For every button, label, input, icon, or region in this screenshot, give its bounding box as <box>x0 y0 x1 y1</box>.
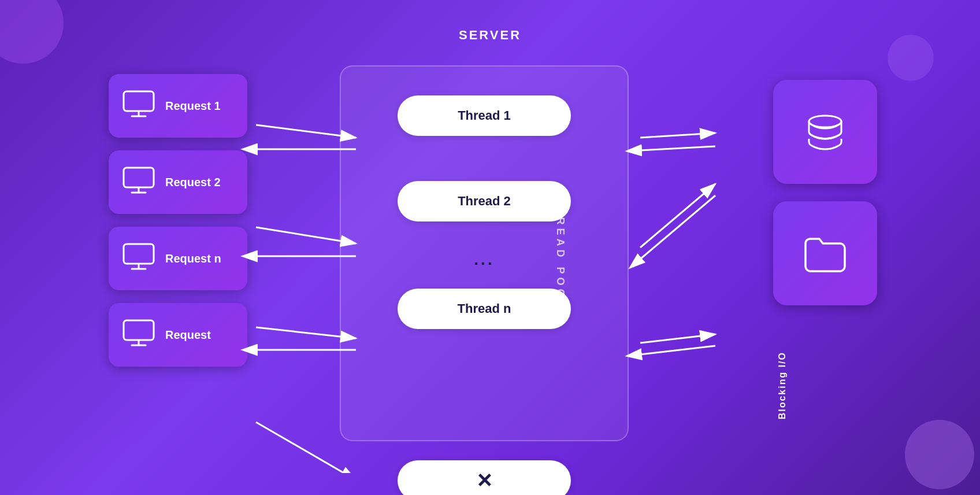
diagram-container: SERVER Request 1 Request 2 <box>86 22 894 473</box>
request-label-2: Request 2 <box>165 176 221 189</box>
arrow-t1-to-db <box>640 133 715 138</box>
requests-column: Request 1 Request 2 Request n <box>109 74 247 367</box>
arrow-tn-to-folder <box>640 334 715 343</box>
server-box: Thread 1 Thread 2 ... Thread n THREAD PO… <box>340 65 629 441</box>
monitor-icon-rejected <box>122 319 155 350</box>
ellipsis: ... <box>474 250 494 269</box>
decorative-blob-tl <box>0 0 64 64</box>
svg-rect-6 <box>124 244 154 264</box>
thread-pill-1: Thread 1 <box>398 95 571 136</box>
svg-rect-3 <box>124 168 154 187</box>
svg-rect-9 <box>124 320 154 340</box>
thread-pill-2: Thread 2 <box>398 181 571 221</box>
request-label-n: Request n <box>165 252 221 265</box>
database-card <box>773 80 877 184</box>
request-card-rejected: Request <box>109 303 247 367</box>
thread-pool-label: THREAD POOL <box>554 196 566 310</box>
decorative-blob-br <box>905 420 974 489</box>
thread-row-2: Thread 2 <box>358 181 610 221</box>
database-icon <box>802 109 848 155</box>
request-card-n: Request n <box>109 227 247 290</box>
monitor-icon-1 <box>122 90 155 121</box>
rejected-pill: ✕ <box>398 460 571 495</box>
resources-column <box>773 80 877 305</box>
request-label-1: Request 1 <box>165 99 221 113</box>
request-label-rejected: Request <box>165 328 211 342</box>
request-card-1: Request 1 <box>109 74 247 138</box>
thread-row-n: Thread n <box>358 289 610 329</box>
thread-row-1: Thread 1 <box>358 95 610 136</box>
dots-row: ... <box>358 248 610 271</box>
request-card-2: Request 2 <box>109 150 247 214</box>
arrow-t2-to-db <box>640 184 715 248</box>
arrow-folder-to-tn <box>640 346 715 354</box>
folder-icon <box>802 233 848 274</box>
decorative-blob-tr <box>888 35 934 81</box>
svg-rect-0 <box>124 91 154 111</box>
rejected-symbol: ✕ <box>476 469 492 492</box>
rejected-area: ✕ <box>340 460 629 495</box>
monitor-icon-2 <box>122 167 155 198</box>
arrow-db-to-t2 <box>640 195 715 259</box>
monitor-icon-n <box>122 243 155 274</box>
folder-card <box>773 201 877 305</box>
arrow-db-to-t1 <box>640 146 715 150</box>
thread-pill-n: Thread n <box>398 289 571 329</box>
server-label: SERVER <box>459 28 521 43</box>
blocking-io-label: Blocking I/O <box>777 352 788 419</box>
